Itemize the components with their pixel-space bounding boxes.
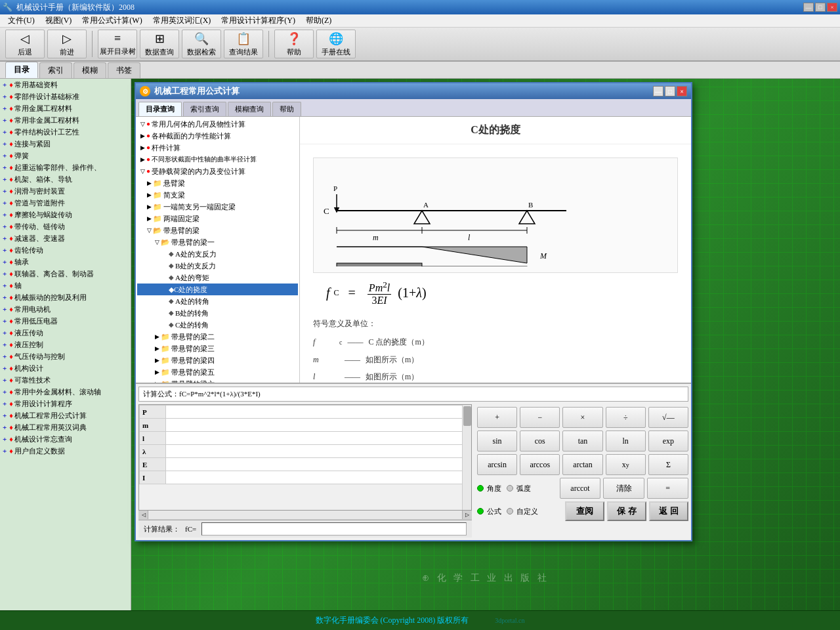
- query-result-button[interactable]: 📋 查询结果: [224, 30, 263, 58]
- data-search-button[interactable]: 🔍 数据检索: [182, 30, 221, 58]
- radio-custom[interactable]: 自定义: [507, 507, 538, 516]
- input-lambda[interactable]: [169, 448, 468, 455]
- radio-angle[interactable]: 角度: [477, 484, 501, 494]
- modal-tab-directory[interactable]: 目录查询: [138, 102, 182, 116]
- btn-arctan[interactable]: arctan: [562, 454, 602, 475]
- var-input-m[interactable]: [166, 419, 471, 432]
- btn-return[interactable]: 返 回: [649, 501, 688, 521]
- tree-item[interactable]: ▶ ● 各种截面的力学性能计算: [137, 130, 298, 142]
- sidebar-item[interactable]: + ♦ 机架、箱体、导轨: [0, 173, 131, 185]
- input-m[interactable]: [169, 421, 468, 429]
- sidebar-item-formula-calc[interactable]: + ♦ 机械工程常用公式计算: [0, 410, 131, 421]
- modal-close-button[interactable]: ×: [677, 86, 687, 96]
- sidebar-item[interactable]: + ♦ 机械设计常忘查询: [0, 433, 131, 445]
- tree-item[interactable]: ◆ A处的弯矩: [137, 272, 298, 284]
- btn-tan[interactable]: tan: [562, 430, 602, 452]
- sidebar-item[interactable]: + ♦ 齿轮传动: [0, 244, 131, 256]
- tree-item[interactable]: ▶ 📁 两端固定梁: [137, 213, 298, 224]
- btn-minus[interactable]: −: [520, 407, 560, 428]
- sidebar-item[interactable]: + ♦ 常用非金属工程材料: [0, 114, 131, 126]
- btn-sin[interactable]: sin: [477, 430, 517, 452]
- modal-maximize-button[interactable]: □: [665, 86, 675, 96]
- tree-item[interactable]: ▽ 📂 带悬臂的梁一: [137, 236, 298, 248]
- sidebar-item[interactable]: + ♦ 机构设计: [0, 362, 131, 374]
- tree-item[interactable]: ▶ 📁 一端简支另一端固定梁: [137, 201, 298, 213]
- tab-contents[interactable]: 目录: [5, 62, 38, 78]
- var-input-P[interactable]: [166, 406, 471, 419]
- tree-item[interactable]: ◆ A处的转角: [137, 295, 298, 307]
- btn-multiply[interactable]: ×: [562, 407, 602, 428]
- sidebar-item[interactable]: + ♦ 起重运输零部件、操作件、: [0, 161, 131, 173]
- online-button[interactable]: 🌐 手册在线: [316, 30, 356, 58]
- btn-equals[interactable]: =: [647, 478, 688, 499]
- close-button[interactable]: ×: [827, 3, 837, 12]
- scroll-left-btn[interactable]: ◁: [139, 511, 148, 519]
- tree-item[interactable]: ▶ 📁 简支梁: [137, 189, 298, 201]
- data-query-button[interactable]: ⊞ 数据查询: [140, 30, 179, 58]
- tree-item[interactable]: ▶ ● 不同形状截面中性轴的曲率半径计算: [137, 154, 298, 165]
- sidebar-item[interactable]: + ♦ 减速器、变速器: [0, 232, 131, 244]
- sidebar-item[interactable]: + ♦ 润滑与密封装置: [0, 185, 131, 197]
- sidebar-item[interactable]: + ♦ 气压传动与控制: [0, 350, 131, 362]
- sidebar-item[interactable]: + ♦ 液压传动: [0, 327, 131, 339]
- modal-controls[interactable]: — □ ×: [653, 86, 687, 96]
- sidebar-item[interactable]: + ♦ 常用低压电器: [0, 315, 131, 327]
- input-P[interactable]: [169, 408, 468, 416]
- var-input-lambda[interactable]: [166, 445, 471, 458]
- sidebar-item[interactable]: + ♦ 连接与紧固: [0, 138, 131, 150]
- tree-item[interactable]: ▶ 📁 带悬臂的梁二: [137, 331, 298, 343]
- menu-dict[interactable]: 常用英汉词汇(X): [148, 14, 217, 27]
- modal-tab-help[interactable]: 帮助: [272, 102, 301, 116]
- sidebar-item[interactable]: + ♦ 常用中外金属材料、滚动轴: [0, 386, 131, 398]
- sidebar-item[interactable]: + ♦ 零件结构设计工艺性: [0, 126, 131, 138]
- modal-tab-index[interactable]: 索引查询: [183, 102, 226, 116]
- sidebar-item[interactable]: + ♦ 可靠性技术: [0, 374, 131, 386]
- tree-item[interactable]: ◆ C处的转角: [137, 319, 298, 331]
- sidebar-item[interactable]: + ♦ 联轴器、离合器、制动器: [0, 268, 131, 280]
- btn-exp[interactable]: exp: [648, 430, 688, 452]
- tree-item[interactable]: ▶ 📁 带悬臂的梁三: [137, 343, 298, 354]
- result-input[interactable]: [201, 522, 467, 536]
- sidebar-item[interactable]: + ♦ 轴: [0, 280, 131, 291]
- btn-save[interactable]: 保 存: [607, 501, 646, 521]
- sidebar-item[interactable]: + ♦ 常用基础资料: [0, 79, 131, 91]
- btn-arccos[interactable]: arccos: [520, 454, 560, 475]
- tree-item[interactable]: ◆ A处的支反力: [137, 248, 298, 260]
- sidebar-item[interactable]: + ♦ 机械工程常用英汉词典: [0, 421, 131, 433]
- var-input-l[interactable]: [166, 432, 471, 445]
- sidebar-item[interactable]: + ♦ 常用设计计算程序: [0, 398, 131, 410]
- sidebar-item[interactable]: + ♦ 常用金属工程材料: [0, 102, 131, 114]
- var-input-E[interactable]: [166, 458, 471, 471]
- radio-formula[interactable]: 公式: [477, 507, 501, 516]
- help-button[interactable]: ❓ 帮助: [274, 30, 314, 58]
- sidebar-item[interactable]: + ♦ 用户自定义数据: [0, 445, 131, 457]
- tree-item[interactable]: ▽ ● 常用几何体的几何及物性计算: [137, 118, 298, 130]
- scroll-right-btn[interactable]: ▷: [462, 511, 471, 519]
- btn-xpowy[interactable]: xy: [606, 454, 646, 475]
- tree-item[interactable]: ▶ 📁 悬臂梁: [137, 177, 298, 189]
- table-hscrollbar[interactable]: ◁ ▷: [138, 511, 472, 520]
- btn-ln[interactable]: ln: [606, 430, 646, 452]
- radio-radian[interactable]: 弧度: [507, 484, 531, 494]
- sidebar-item[interactable]: + ♦ 弹簧: [0, 150, 131, 161]
- menu-formula[interactable]: 常用公式计算(W): [77, 14, 147, 27]
- sidebar-item[interactable]: + ♦ 机械振动的控制及利用: [0, 291, 131, 303]
- tree-item[interactable]: ▽ ● 受静载荷梁的内力及变位计算: [137, 165, 298, 177]
- tree-item[interactable]: ▶ 📁 带悬臂的梁六: [137, 378, 298, 383]
- input-I[interactable]: [169, 474, 468, 482]
- btn-sigma[interactable]: Σ: [648, 454, 688, 475]
- tree-item[interactable]: ▽ 📂 带悬臂的梁: [137, 224, 298, 236]
- btn-divide[interactable]: ÷: [606, 407, 646, 428]
- tree-item[interactable]: ◆ B处的支反力: [137, 260, 298, 272]
- tree-panel[interactable]: ▽ ● 常用几何体的几何及物性计算 ▶ ● 各种截面的力学性能计算 ▶ ● 杆件…: [136, 117, 300, 383]
- titlebar-controls[interactable]: — □ ×: [803, 3, 837, 12]
- back-button[interactable]: ◁ 后退: [5, 30, 45, 58]
- tree-item[interactable]: ◆ B处的转角: [137, 307, 298, 319]
- minimize-button[interactable]: —: [803, 3, 814, 12]
- modal-tab-fuzzy[interactable]: 模糊查询: [228, 102, 271, 116]
- menu-file[interactable]: 文件(U): [3, 14, 40, 27]
- btn-sqrt[interactable]: √—: [648, 407, 688, 428]
- tree-item-selected[interactable]: ◆ C处的挠度: [137, 284, 298, 295]
- expand-tree-button[interactable]: ≡ 展开目录树: [98, 30, 137, 58]
- var-input-I[interactable]: [166, 471, 471, 484]
